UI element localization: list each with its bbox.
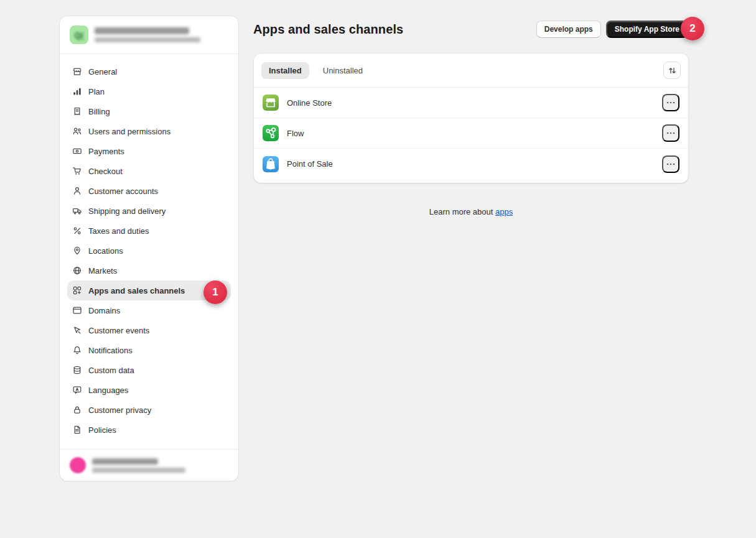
learn-more-note: Learn more about apps — [254, 207, 688, 216]
sidebar-item-plan[interactable]: Plan — [67, 81, 231, 101]
point-of-sale-app-icon — [263, 156, 279, 172]
shopify-app-store-button[interactable]: Shopify App Store — [606, 21, 688, 38]
annotation-step-1-badge: 1 — [203, 281, 227, 304]
sidebar-item-label: Notifications — [88, 346, 133, 355]
annotation-step-2-badge: 2 — [681, 17, 704, 40]
app-row-menu-button[interactable] — [662, 155, 679, 173]
sidebar-item-label: Users and permissions — [88, 127, 170, 136]
tab-uninstalled[interactable]: Uninstalled — [315, 62, 370, 79]
sidebar-item-custom-data[interactable]: Custom data — [67, 360, 231, 380]
sidebar-item-notifications[interactable]: Notifications — [67, 340, 231, 360]
redacted-store-name — [95, 27, 189, 34]
receipt-icon — [72, 106, 82, 116]
globe-icon — [72, 266, 82, 276]
tab-installed[interactable]: Installed — [261, 62, 309, 79]
redacted-user-email — [92, 468, 185, 473]
header-actions: Develop apps Shopify App Store — [536, 21, 688, 38]
domain-icon — [72, 305, 82, 315]
store-icon — [72, 67, 82, 77]
sidebar-item-languages[interactable]: Languages — [67, 380, 231, 400]
database-icon — [72, 365, 82, 375]
apps-tabbar: Installed Uninstalled — [254, 53, 688, 88]
sidebar-item-label: Checkout — [88, 167, 123, 176]
store-identity — [95, 27, 200, 42]
sort-button[interactable] — [663, 62, 681, 79]
user-footer[interactable] — [60, 449, 238, 481]
overflow-dots-icon — [666, 98, 676, 108]
sidebar-item-label: Locations — [88, 246, 123, 256]
lock-icon — [72, 405, 82, 415]
online-store-app-icon — [263, 95, 279, 111]
app-name: Online Store — [287, 98, 332, 108]
sort-arrows-icon — [668, 66, 677, 75]
settings-sidebar: Q( General Plan Billing Users and permis… — [60, 16, 238, 481]
sidebar-item-label: Payments — [88, 147, 124, 156]
bell-icon — [72, 345, 82, 355]
sidebar-item-label: Domains — [88, 306, 120, 315]
sidebar-item-label: Plan — [88, 87, 105, 96]
app-row-menu-button[interactable] — [662, 124, 679, 142]
sidebar-item-label: Policies — [88, 425, 116, 435]
app-row-menu-button[interactable] — [662, 94, 679, 111]
app-row-point-of-sale[interactable]: Point of Sale — [254, 149, 688, 179]
truck-icon — [72, 206, 82, 216]
store-header[interactable]: Q( — [60, 16, 238, 54]
bar-chart-icon — [72, 86, 82, 96]
app-name: Point of Sale — [287, 159, 333, 169]
overflow-dots-icon — [666, 159, 676, 169]
learn-more-text: Learn more about — [429, 207, 495, 216]
sidebar-item-locations[interactable]: Locations — [67, 241, 231, 261]
app-row-flow[interactable]: Flow — [254, 118, 688, 149]
settings-nav: General Plan Billing Users and permissio… — [60, 54, 238, 449]
sidebar-item-general[interactable]: General — [67, 62, 231, 81]
sidebar-item-label: Billing — [88, 107, 110, 116]
develop-apps-button[interactable]: Develop apps — [536, 21, 601, 38]
sidebar-item-label: Markets — [88, 266, 117, 276]
sidebar-item-customer-events[interactable]: Customer events — [67, 320, 231, 340]
sidebar-item-label: Custom data — [88, 366, 134, 375]
app-name: Flow — [287, 129, 304, 138]
page-title: Apps and sales channels — [253, 22, 403, 37]
sidebar-item-taxes-and-duties[interactable]: Taxes and duties — [67, 221, 231, 241]
sidebar-item-shipping-and-delivery[interactable]: Shipping and delivery — [67, 201, 231, 221]
sidebar-item-label: Taxes and duties — [88, 226, 149, 236]
store-avatar: Q( — [70, 26, 88, 44]
sidebar-item-markets[interactable]: Markets — [67, 261, 231, 281]
users-icon — [72, 126, 82, 136]
banknote-icon — [72, 146, 82, 156]
installed-apps-list: Online Store Flow Point of Sale — [254, 88, 688, 183]
sidebar-item-domains[interactable]: Domains — [67, 300, 231, 320]
person-icon — [72, 186, 82, 196]
overflow-dots-icon — [666, 128, 676, 138]
cart-icon — [72, 166, 82, 176]
sidebar-item-customer-privacy[interactable]: Customer privacy — [67, 400, 231, 420]
apps-card: Installed Uninstalled Online Store Flow — [254, 53, 688, 183]
sidebar-item-policies[interactable]: Policies — [67, 420, 231, 440]
document-icon — [72, 425, 82, 435]
sidebar-item-label: Customer events — [88, 326, 149, 335]
sidebar-item-label: General — [88, 67, 117, 77]
sidebar-item-label: Apps and sales channels — [88, 286, 185, 295]
redacted-user-name — [92, 458, 158, 465]
user-identity — [92, 458, 185, 473]
sidebar-item-customer-accounts[interactable]: Customer accounts — [67, 181, 231, 201]
percent-icon — [72, 226, 82, 236]
cursor-icon — [72, 325, 82, 335]
map-pin-icon — [72, 246, 82, 256]
sidebar-item-checkout[interactable]: Checkout — [67, 161, 231, 181]
sidebar-item-label: Customer accounts — [88, 187, 158, 196]
flow-app-icon — [263, 125, 279, 141]
apps-grid-icon — [72, 285, 82, 295]
language-icon — [72, 385, 82, 395]
sidebar-item-billing[interactable]: Billing — [67, 101, 231, 121]
shopify-settings-page: { "sidebar": { "store": { "avatar_label"… — [0, 0, 756, 538]
apps-link[interactable]: apps — [495, 207, 513, 216]
app-row-online-store[interactable]: Online Store — [254, 88, 688, 118]
redacted-store-email — [95, 37, 200, 42]
sidebar-item-label: Shipping and delivery — [88, 206, 166, 216]
sidebar-item-label: Languages — [88, 386, 128, 395]
user-avatar — [70, 457, 86, 473]
sidebar-item-payments[interactable]: Payments — [67, 141, 231, 161]
sidebar-item-users-and-permissions[interactable]: Users and permissions — [67, 121, 231, 141]
sidebar-item-label: Customer privacy — [88, 406, 151, 415]
